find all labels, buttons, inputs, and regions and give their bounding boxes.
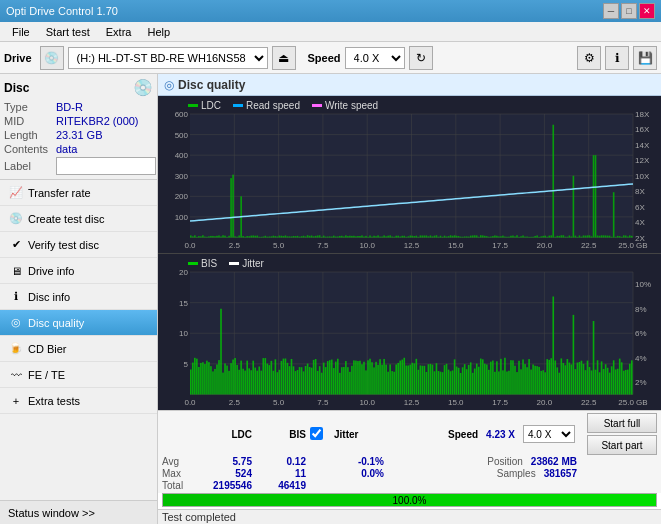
svg-rect-221 bbox=[544, 236, 546, 238]
svg-rect-434 bbox=[456, 366, 458, 394]
sidebar-item-create-test-disc[interactable]: 💿 Create test disc bbox=[0, 206, 157, 232]
maximize-button[interactable]: □ bbox=[621, 3, 637, 19]
svg-rect-180 bbox=[462, 237, 464, 238]
bis-legend: BIS Jitter bbox=[188, 258, 264, 269]
svg-rect-215 bbox=[532, 237, 534, 238]
stats-speed-select[interactable]: 4.0 X bbox=[523, 425, 575, 443]
drive-icon-btn[interactable]: 💿 bbox=[40, 46, 64, 70]
start-full-button[interactable]: Start full bbox=[587, 413, 657, 433]
start-buttons: Start full Start part bbox=[587, 413, 657, 455]
avg-jitter: -0.1% bbox=[334, 456, 384, 467]
status-window-button[interactable]: Status window >> bbox=[0, 500, 157, 524]
eject-button[interactable]: ⏏ bbox=[272, 46, 296, 70]
svg-text:7.5: 7.5 bbox=[317, 241, 329, 250]
menu-extra[interactable]: Extra bbox=[98, 24, 140, 40]
svg-rect-139 bbox=[379, 237, 381, 238]
svg-rect-239 bbox=[581, 237, 583, 238]
svg-rect-172 bbox=[446, 237, 448, 238]
svg-rect-92 bbox=[285, 235, 287, 237]
svg-rect-138 bbox=[377, 235, 379, 237]
svg-rect-347 bbox=[281, 360, 283, 394]
refresh-button[interactable]: ↻ bbox=[409, 46, 433, 70]
svg-rect-327 bbox=[240, 360, 242, 394]
svg-rect-384 bbox=[355, 360, 357, 394]
svg-rect-202 bbox=[506, 237, 508, 238]
svg-rect-102 bbox=[305, 236, 307, 237]
svg-rect-459 bbox=[506, 371, 508, 394]
svg-rect-457 bbox=[502, 370, 504, 394]
sidebar-item-transfer-rate[interactable]: 📈 Transfer rate bbox=[0, 180, 157, 206]
sidebar-item-extra-tests[interactable]: + Extra tests bbox=[0, 388, 157, 414]
avg-bis: 0.12 bbox=[256, 456, 306, 467]
disc-label-input[interactable] bbox=[56, 157, 156, 175]
svg-rect-117 bbox=[335, 237, 337, 238]
sidebar-item-cd-bier[interactable]: 🍺 CD Bier bbox=[0, 336, 157, 362]
svg-text:15: 15 bbox=[179, 298, 188, 307]
speed-select[interactable]: 4.0 X bbox=[345, 47, 405, 69]
svg-rect-344 bbox=[275, 359, 277, 394]
svg-rect-149 bbox=[399, 237, 401, 238]
svg-rect-200 bbox=[502, 236, 504, 238]
sidebar-item-drive-info[interactable]: 🖥 Drive info bbox=[0, 258, 157, 284]
svg-rect-455 bbox=[498, 371, 500, 394]
svg-rect-122 bbox=[345, 235, 347, 237]
svg-text:15.0: 15.0 bbox=[448, 241, 464, 250]
minimize-button[interactable]: ─ bbox=[603, 3, 619, 19]
disc-quality-title: Disc quality bbox=[178, 78, 245, 92]
svg-rect-86 bbox=[273, 236, 275, 238]
svg-rect-493 bbox=[575, 369, 577, 394]
svg-rect-90 bbox=[281, 236, 283, 238]
svg-text:500: 500 bbox=[175, 131, 189, 140]
col-speed-header: Speed bbox=[448, 429, 478, 440]
jitter-dot bbox=[229, 262, 239, 265]
info-button[interactable]: ℹ bbox=[605, 46, 629, 70]
svg-rect-423 bbox=[434, 371, 436, 394]
svg-rect-261 bbox=[625, 236, 627, 238]
menu-help[interactable]: Help bbox=[139, 24, 178, 40]
bis-chart-svg: 510152010%8%6%4%2%0.02.55.07.510.012.515… bbox=[158, 254, 661, 411]
progress-text: 100.0% bbox=[163, 494, 656, 506]
svg-rect-349 bbox=[285, 358, 287, 394]
status-window-label: Status window >> bbox=[8, 507, 95, 519]
jitter-checkbox[interactable] bbox=[310, 427, 323, 440]
drive-select[interactable]: (H:) HL-DT-ST BD-RE WH16NS58 TST4 bbox=[68, 47, 268, 69]
svg-rect-245 bbox=[593, 155, 595, 237]
svg-rect-498 bbox=[585, 370, 587, 394]
sidebar-item-fe-te[interactable]: 〰 FE / TE bbox=[0, 362, 157, 388]
svg-rect-208 bbox=[518, 237, 520, 238]
svg-rect-50 bbox=[200, 236, 202, 237]
svg-rect-197 bbox=[496, 236, 498, 238]
svg-rect-229 bbox=[561, 235, 563, 237]
svg-rect-481 bbox=[550, 358, 552, 394]
svg-rect-317 bbox=[220, 308, 222, 394]
start-part-button[interactable]: Start part bbox=[587, 435, 657, 455]
svg-rect-318 bbox=[222, 372, 224, 394]
svg-text:20.0: 20.0 bbox=[537, 241, 553, 250]
svg-rect-246 bbox=[595, 155, 597, 237]
svg-rect-72 bbox=[244, 237, 246, 238]
disc-length-label: Length bbox=[4, 129, 56, 141]
settings-button[interactable]: ⚙ bbox=[577, 46, 601, 70]
sidebar-item-disc-quality[interactable]: ◎ Disc quality bbox=[0, 310, 157, 336]
svg-rect-329 bbox=[244, 370, 246, 394]
svg-rect-100 bbox=[301, 236, 303, 237]
svg-rect-360 bbox=[307, 363, 309, 394]
svg-rect-244 bbox=[591, 236, 593, 237]
svg-rect-422 bbox=[432, 364, 434, 394]
sidebar-item-disc-info[interactable]: ℹ Disc info bbox=[0, 284, 157, 310]
ldc-chart-svg: 10020030040050060018X16X14X12X10X8X6X4X2… bbox=[158, 96, 661, 253]
menu-file[interactable]: File bbox=[4, 24, 38, 40]
close-button[interactable]: ✕ bbox=[639, 3, 655, 19]
svg-rect-71 bbox=[242, 236, 244, 237]
svg-rect-158 bbox=[418, 237, 420, 238]
svg-text:14X: 14X bbox=[635, 141, 650, 150]
svg-rect-521 bbox=[631, 360, 633, 394]
save-button[interactable]: 💾 bbox=[633, 46, 657, 70]
svg-rect-390 bbox=[367, 360, 369, 394]
sidebar-item-verify-test-disc[interactable]: ✔ Verify test disc bbox=[0, 232, 157, 258]
svg-rect-220 bbox=[542, 236, 544, 238]
svg-rect-82 bbox=[265, 236, 267, 238]
svg-text:17.5: 17.5 bbox=[492, 241, 508, 250]
svg-rect-305 bbox=[196, 358, 198, 394]
menu-start-test[interactable]: Start test bbox=[38, 24, 98, 40]
